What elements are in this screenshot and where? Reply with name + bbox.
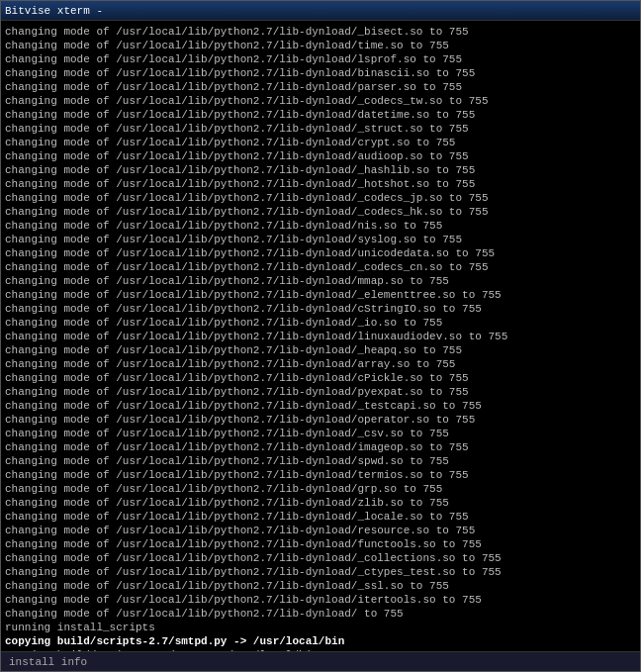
terminal-line: running install_scripts [5,621,636,634]
terminal-line: changing mode of /usr/local/lib/python2.… [5,191,636,205]
terminal-line: changing mode of /usr/local/lib/python2.… [5,579,636,593]
title-text: Bitvise xterm - [5,5,103,17]
terminal-line: changing mode of /usr/local/lib/python2.… [5,233,636,246]
terminal-line: changing mode of /usr/local/lib/python2.… [5,39,636,52]
terminal-line: changing mode of /usr/local/lib/python2.… [5,468,636,482]
terminal-line: changing mode of /usr/local/lib/python2.… [5,316,636,330]
statusbar: install info [1,651,640,671]
terminal-line: changing mode of /usr/local/lib/python2.… [5,496,636,510]
terminal-line: changing mode of /usr/local/lib/python2.… [5,52,636,66]
terminal-line: changing mode of /usr/local/lib/python2.… [5,440,636,454]
terminal[interactable]: changing mode of /usr/local/lib/python2.… [1,21,640,651]
terminal-line: changing mode of /usr/local/lib/python2.… [5,288,636,302]
terminal-line: changing mode of /usr/local/lib/python2.… [5,108,636,122]
terminal-line: changing mode of /usr/local/lib/python2.… [5,274,636,288]
terminal-line: changing mode of /usr/local/lib/python2.… [5,94,636,108]
terminal-line: changing mode of /usr/local/lib/python2.… [5,537,636,551]
titlebar: Bitvise xterm - [1,1,640,21]
terminal-line: changing mode of /usr/local/lib/python2.… [5,66,636,80]
terminal-line: changing mode of /usr/local/lib/python2.… [5,551,636,565]
install-info-label: install info [9,656,87,668]
terminal-line: changing mode of /usr/local/lib/python2.… [5,177,636,191]
terminal-line: changing mode of /usr/local/lib/python2.… [5,385,636,399]
terminal-line: changing mode of /usr/local/lib/python2.… [5,454,636,468]
terminal-line: changing mode of /usr/local/lib/python2.… [5,593,636,607]
terminal-line: changing mode of /usr/local/lib/python2.… [5,357,636,371]
window: Bitvise xterm - changing mode of /usr/lo… [0,0,641,672]
terminal-line: changing mode of /usr/local/lib/python2.… [5,565,636,579]
terminal-line: changing mode of /usr/local/lib/python2.… [5,482,636,496]
terminal-line: changing mode of /usr/local/lib/python2.… [5,205,636,219]
terminal-line: changing mode of /usr/local/lib/python2.… [5,427,636,440]
terminal-line: changing mode of /usr/local/lib/python2.… [5,122,636,136]
terminal-line: changing mode of /usr/local/lib/python2.… [5,80,636,94]
terminal-line: changing mode of /usr/local/lib/python2.… [5,246,636,260]
terminal-line: changing mode of /usr/local/lib/python2.… [5,524,636,537]
terminal-line: changing mode of /usr/local/lib/python2.… [5,25,636,39]
terminal-line: changing mode of /usr/local/lib/python2.… [5,399,636,413]
terminal-line: copying build/scripts-2.7/smtpd.py -> /u… [5,634,636,648]
terminal-line: changing mode of /usr/local/lib/python2.… [5,330,636,343]
terminal-line: changing mode of /usr/local/lib/python2.… [5,219,636,233]
terminal-line: changing mode of /usr/local/lib/python2.… [5,413,636,427]
terminal-line: changing mode of /usr/local/lib/python2.… [5,371,636,385]
terminal-line: changing mode of /usr/local/lib/python2.… [5,607,636,621]
terminal-line: changing mode of /usr/local/lib/python2.… [5,510,636,524]
terminal-line: changing mode of /usr/local/lib/python2.… [5,343,636,357]
terminal-line: changing mode of /usr/local/lib/python2.… [5,163,636,177]
terminal-line: changing mode of /usr/local/lib/python2.… [5,302,636,316]
terminal-line: changing mode of /usr/local/lib/python2.… [5,149,636,163]
terminal-line: changing mode of /usr/local/lib/python2.… [5,260,636,274]
terminal-line: changing mode of /usr/local/lib/python2.… [5,136,636,149]
